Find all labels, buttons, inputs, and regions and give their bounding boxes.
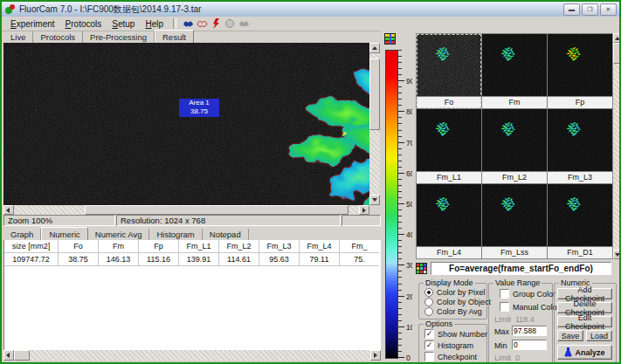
disabled-circle-icon (223, 18, 237, 30)
col-fm-l1[interactable]: Fm_L1 (179, 240, 219, 253)
scroll-right-icon[interactable] (359, 205, 369, 215)
close-button[interactable]: ✕ (600, 3, 617, 16)
frame-thumbnail-grid: Fo Fm Fp Fm_L1 (416, 33, 613, 259)
analyze-label: Analyze (575, 348, 604, 357)
thumbnail-image (417, 34, 481, 96)
scroll-up-icon[interactable] (369, 43, 380, 53)
scroll-left-icon[interactable] (3, 350, 14, 361)
thumbnail-fm-l3[interactable]: Fm_L3 (548, 109, 612, 183)
image-viewport[interactable]: Area 1 38.75 (3, 43, 369, 205)
thumbnail-fm-l4[interactable]: Fm_L4 (417, 184, 481, 258)
radio-icon (424, 307, 433, 316)
area-annotation[interactable]: Area 1 38.75 (179, 99, 219, 117)
color-scale-panel: 90 80 70 60 50 40 30 20 10 0 (381, 31, 412, 364)
thumbnail-fm-lss[interactable]: Fm_Lss (482, 184, 547, 258)
checkbox-manual-color[interactable]: Manual Color (500, 302, 560, 312)
viewport-vscroll-thumb[interactable] (369, 58, 380, 130)
toolbar-separator (173, 18, 176, 29)
display-mode-title: Display Mode (424, 278, 475, 287)
max-input[interactable] (512, 326, 547, 336)
table-hscroll-thumb[interactable] (14, 350, 30, 361)
thumbnail-fm-d1[interactable]: Fm_D1 (548, 184, 612, 258)
tab-graph[interactable]: Graph (3, 229, 41, 240)
tab-notepad[interactable]: Notepad (203, 229, 249, 240)
load-button[interactable]: Load (586, 330, 612, 341)
thumbnail-label: Fm_L2 (482, 171, 547, 183)
col-size[interactable]: size [mm2] (4, 240, 59, 253)
tab-protocols[interactable]: Protocols (33, 31, 83, 43)
checkbox-group-color[interactable]: Group Color (500, 289, 555, 299)
value-range-title: Value Range (493, 278, 542, 287)
options-group: Options ✓ Show Number ✓ Histogram Checkp… (418, 324, 487, 364)
thumbnail-vscroll-thumb[interactable] (613, 43, 621, 64)
tab-histogram[interactable]: Histogram (149, 229, 202, 240)
fluorescence-image (3, 43, 369, 205)
menu-help[interactable]: Help (140, 18, 169, 30)
color-scale-gradient (385, 50, 398, 359)
camera-outline-icon[interactable] (195, 18, 209, 30)
col-fp[interactable]: Fp (139, 240, 179, 253)
tab-live[interactable]: Live (3, 31, 33, 43)
add-checkpoint-button[interactable]: Add Checkpoint (557, 288, 612, 299)
menu-setup[interactable]: Setup (107, 18, 140, 30)
camera-blue-icon[interactable] (181, 18, 195, 30)
checkbox-icon (424, 352, 434, 361)
palette-icon[interactable] (384, 33, 396, 45)
result-tab-bar: Graph Numeric Numeric Avg Histogram Note… (3, 228, 379, 240)
edit-checkpoint-button[interactable]: Edit Checkpoint (557, 316, 612, 327)
cell-fm-l1: 139.91 (179, 253, 219, 266)
area-annotation-label: Area 1 (179, 99, 219, 107)
tab-numeric[interactable]: Numeric (41, 227, 87, 240)
table-hscrollbar[interactable] (3, 350, 381, 361)
menu-protocols[interactable]: Protocols (60, 18, 107, 30)
col-fm[interactable]: Fm (99, 240, 139, 253)
delete-checkpoint-button[interactable]: Delete Checkpoint (557, 302, 612, 313)
thumbnail-fm-l2[interactable]: Fm_L2 (482, 109, 547, 183)
table-row[interactable]: 109747.72 38.75 146.13 115.16 139.91 114… (4, 253, 381, 266)
viewport-vscrollbar[interactable] (369, 43, 380, 205)
frames-panel: Fo Fm Fp Fm_L1 (412, 31, 621, 364)
resolution-status: Resolution: 1024 x 768 (116, 215, 341, 226)
radio-color-by-avg[interactable]: Color By Avg (424, 307, 482, 316)
cell-fm-lss-clipped: 75. (340, 253, 379, 266)
minimize-button[interactable]: ▬ (563, 3, 580, 16)
tab-result[interactable]: Result (155, 30, 194, 43)
scroll-down-icon[interactable] (613, 250, 621, 259)
viewport-hscrollbar[interactable] (3, 205, 369, 215)
analyze-icon (564, 347, 572, 357)
min-input[interactable] (512, 340, 547, 350)
scroll-down-icon[interactable] (369, 195, 380, 205)
radio-color-by-pixel[interactable]: Color by Pixel (424, 288, 486, 297)
viewport-hscroll-thumb[interactable] (85, 205, 348, 215)
cell-fo: 38.75 (59, 253, 99, 266)
col-fo[interactable]: Fo (59, 240, 99, 253)
thumbnail-fp[interactable]: Fp (548, 34, 612, 108)
col-fm-l2[interactable]: Fm_L2 (219, 240, 259, 253)
scroll-up-icon[interactable] (613, 33, 621, 43)
zoom-status: Zoom 100% (3, 215, 115, 226)
scroll-left-icon[interactable] (3, 205, 14, 215)
disabled-tool-icon (237, 18, 251, 30)
menu-experiment[interactable]: Experiment (5, 18, 60, 30)
scroll-right-icon[interactable] (370, 350, 381, 361)
thumbnail-fo[interactable]: Fo (417, 34, 481, 108)
analyze-button[interactable]: Analyze (557, 345, 612, 360)
checkbox-show-number[interactable]: ✓ Show Number (424, 329, 487, 339)
checkbox-histogram[interactable]: ✓ Histogram (424, 340, 473, 350)
thumbnail-fm[interactable]: Fm (482, 34, 547, 108)
tab-numeric-avg[interactable]: Numeric Avg (88, 229, 150, 240)
thumbnail-vscrollbar[interactable] (613, 33, 621, 259)
col-fm-l3[interactable]: Fm_L3 (259, 240, 300, 253)
restore-button[interactable]: ❐ (582, 3, 598, 16)
tab-pre-processing[interactable]: Pre-Processing (83, 31, 155, 43)
save-button[interactable]: Save (557, 330, 583, 341)
flash-red-icon[interactable] (209, 18, 223, 30)
checkbox-checkpoint[interactable]: Checkpoint (424, 352, 477, 361)
main-tab-bar: Live Protocols Pre-Processing Result (3, 31, 379, 43)
radio-icon (424, 288, 433, 297)
radio-color-by-object[interactable]: Color by Object (424, 298, 491, 306)
col-fm-l4[interactable]: Fm_L4 (300, 240, 340, 253)
col-fm-lss-clipped[interactable]: Fm_ (340, 240, 379, 253)
thumbnail-fm-l1[interactable]: Fm_L1 (417, 109, 481, 183)
palette-icon[interactable] (416, 263, 427, 274)
